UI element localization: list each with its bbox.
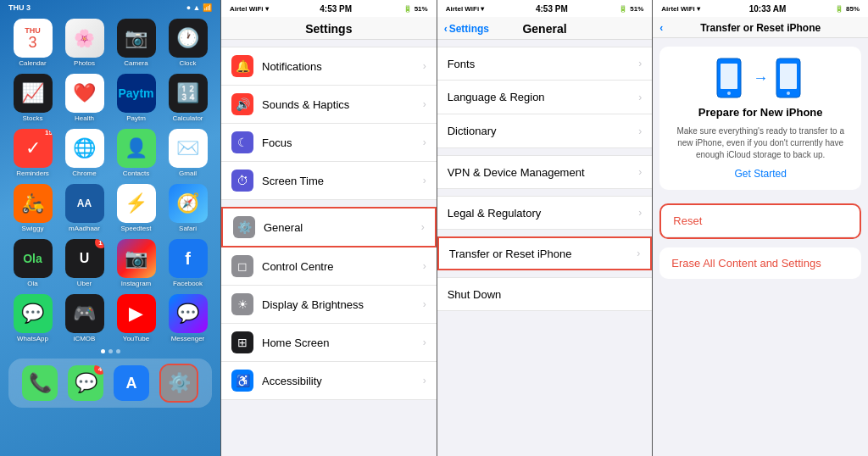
general-section2: VPN & Device Management ›	[437, 155, 653, 189]
focus-icon: ☾	[231, 131, 253, 153]
app-label-clock: Clock	[179, 59, 196, 67]
app-photos[interactable]: 🌸 Photos	[62, 19, 107, 67]
chevron-fonts: ›	[638, 58, 642, 70]
reset-row[interactable]: Reset	[661, 205, 860, 237]
home-date: THU 3	[8, 3, 31, 12]
settings-row-focus[interactable]: ☾ Focus ›	[221, 124, 437, 162]
screentime-icon: ⏱	[231, 170, 253, 192]
app-label-paytm: Paytm	[126, 114, 146, 122]
settings-row-accessibility[interactable]: ♿ Accessibility ›	[221, 362, 437, 400]
back-chevron-icon: ‹	[444, 23, 448, 35]
dock: 📞 💬 4 A ⚙️	[8, 359, 212, 408]
time-reset: 10:33 AM	[749, 4, 787, 14]
settings-row-sounds[interactable]: 🔊 Sounds & Haptics ›	[221, 86, 437, 124]
app-facebook[interactable]: f Facebook	[165, 239, 210, 287]
svg-rect-1	[721, 64, 737, 89]
carrier-reset: Airtel WiFi ▾	[661, 5, 700, 13]
status-bar-reset: Airtel WiFi ▾ 10:33 AM 🔋 85%	[653, 0, 868, 17]
app-calendar[interactable]: THU 3 Calendar	[10, 19, 55, 67]
app-instagram[interactable]: 📷 Instagram	[114, 239, 159, 287]
chevron-transfer: ›	[637, 247, 640, 259]
battery-settings: 🔋 51%	[403, 5, 428, 13]
app-label-camera: Camera	[124, 59, 147, 67]
dock-phone[interactable]: 📞	[22, 365, 58, 401]
row-dictionary[interactable]: Dictionary ›	[437, 114, 653, 148]
shutdown-label: Shut Down	[448, 288, 643, 301]
app-contacts[interactable]: 👤 Contacts	[114, 129, 159, 177]
chevron-language: ›	[638, 92, 642, 103]
app-label-calculator: Calculator	[172, 114, 203, 122]
settings-panel: Airtel WiFi ▾ 4:53 PM 🔋 51% Settings 🔔 N…	[220, 0, 437, 456]
settings-row-controlcentre[interactable]: ◻ Control Centre ›	[221, 247, 437, 286]
dock-messages[interactable]: 💬 4	[68, 365, 103, 401]
old-phone-icon	[714, 57, 748, 99]
app-label-whatsapp: WhatsApp	[17, 335, 48, 342]
back-button[interactable]: ‹ Settings	[444, 23, 489, 35]
app-uber[interactable]: U 1 Uber	[62, 239, 107, 287]
app-chrome[interactable]: 🌐 Chrome	[62, 129, 107, 177]
app-calculator[interactable]: 🔢 Calculator	[165, 74, 210, 122]
svg-rect-4	[780, 64, 797, 89]
app-label-contacts: Contacts	[123, 170, 150, 177]
settings-row-general[interactable]: ⚙️ General ›	[221, 207, 437, 247]
app-speedtest[interactable]: ⚡ Speedtest	[114, 184, 159, 232]
reset-title: Transfer or Reset iPhone	[700, 22, 821, 34]
row-legal[interactable]: Legal & Regulatory ›	[437, 196, 653, 230]
settings-nav-bar: Settings	[221, 17, 437, 40]
notifications-label: Notifications	[262, 60, 415, 73]
home-screen-panel: THU 3 ● ▲ 📶 THU 3 Calendar 🌸 Photos 📷 Ca…	[0, 0, 220, 456]
erase-row[interactable]: Erase All Content and Settings	[659, 247, 861, 279]
row-shutdown[interactable]: Shut Down	[437, 277, 653, 311]
back-chevron-reset-icon: ‹	[659, 22, 663, 34]
dock-settings[interactable]: ⚙️	[159, 364, 198, 403]
general-section4: Transfer or Reset iPhone ›	[437, 236, 653, 270]
app-stocks[interactable]: 📈 Stocks	[10, 74, 55, 122]
general-section5: Shut Down	[437, 277, 653, 311]
app-icmob[interactable]: 🎮 iCMOB	[62, 294, 107, 342]
settings-row-display[interactable]: ☀ Display & Brightness ›	[221, 286, 437, 324]
app-gmail[interactable]: ✉️ Gmail	[165, 129, 210, 177]
row-transfer[interactable]: Transfer or Reset iPhone ›	[437, 236, 653, 270]
display-icon: ☀	[231, 293, 253, 315]
settings-row-notifications[interactable]: 🔔 Notifications ›	[221, 47, 437, 86]
row-fonts[interactable]: Fonts ›	[437, 47, 653, 81]
get-started-button[interactable]: Get Started	[734, 168, 786, 180]
app-messenger[interactable]: 💬 Messenger	[165, 294, 210, 342]
battery-general: 🔋 51%	[619, 5, 643, 13]
app-safari[interactable]: 🧭 Safari	[165, 184, 210, 232]
status-bar-home: THU 3 ● ▲ 📶	[0, 0, 220, 15]
back-button-reset[interactable]: ‹	[659, 22, 663, 34]
settings-row-screentime[interactable]: ⏱ Screen Time ›	[221, 162, 437, 200]
app-label-photos: Photos	[74, 59, 95, 67]
app-whatsapp[interactable]: 💬 WhatsApp	[10, 294, 55, 342]
app-camera[interactable]: 📷 Camera	[114, 19, 159, 67]
app-swiggy[interactable]: 🛵 Swiggy	[10, 184, 55, 232]
app-label-safari: Safari	[179, 225, 197, 232]
app-maadhaar[interactable]: AA mAadhaar	[62, 184, 107, 232]
chevron-controlcentre: ›	[423, 260, 426, 272]
row-language[interactable]: Language & Region ›	[437, 81, 653, 114]
app-youtube[interactable]: ▶ YouTube	[114, 294, 159, 342]
general-list: Fonts › Language & Region › Dictionary ›…	[437, 40, 653, 456]
new-phone-icon	[773, 57, 807, 99]
row-vpn[interactable]: VPN & Device Management ›	[437, 155, 653, 189]
app-ola[interactable]: Ola Ola	[10, 239, 55, 287]
app-reminders[interactable]: ✓ 15 Reminders	[10, 129, 55, 177]
chevron-notifications: ›	[423, 60, 426, 72]
chevron-sounds: ›	[423, 98, 426, 110]
language-label: Language & Region	[448, 91, 631, 103]
app-label-youtube: YouTube	[123, 335, 149, 342]
general-icon: ⚙️	[233, 216, 255, 238]
chevron-display: ›	[423, 298, 426, 310]
fonts-label: Fonts	[448, 58, 631, 70]
transfer-label: Transfer or Reset iPhone	[449, 247, 629, 260]
app-paytm[interactable]: Paytm Paytm	[114, 74, 159, 122]
app-health[interactable]: ❤️ Health	[62, 74, 107, 122]
app-label-swiggy: Swiggy	[22, 225, 44, 232]
dock-appstore[interactable]: A	[114, 365, 149, 401]
notifications-icon: 🔔	[231, 55, 253, 77]
display-label: Display & Brightness	[262, 298, 415, 311]
sounds-label: Sounds & Haptics	[262, 98, 415, 111]
app-clock[interactable]: 🕐 Clock	[165, 19, 210, 67]
settings-row-homescreen[interactable]: ⊞ Home Screen ›	[221, 324, 437, 362]
